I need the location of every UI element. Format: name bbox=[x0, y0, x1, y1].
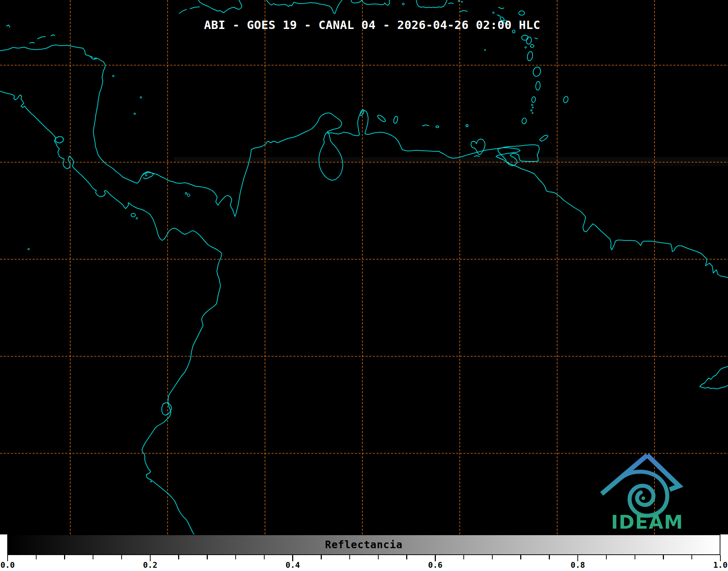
islet-salango bbox=[151, 481, 152, 482]
islet-coiba-satellite bbox=[136, 218, 138, 219]
colorbar-minor-tick bbox=[520, 555, 521, 559]
colorbar-minor-tick bbox=[635, 555, 635, 559]
latlon-gridlines bbox=[0, 0, 728, 534]
island-curacao bbox=[377, 114, 387, 123]
island-martinique bbox=[532, 66, 542, 77]
islet-grenadine-3 bbox=[531, 110, 532, 111]
island-la-blanquilla bbox=[466, 125, 468, 127]
colorbar-minor-tick bbox=[463, 555, 464, 559]
coastline-desirade-dash bbox=[535, 38, 538, 39]
colorbar-minor-tick bbox=[606, 555, 607, 559]
coastline-los-roques-dash bbox=[422, 125, 429, 126]
islet-virgin-1 bbox=[458, 1, 459, 2]
coastline-stkitts-dash bbox=[497, 15, 500, 16]
coastline-brazil-coast-fragment bbox=[700, 366, 728, 389]
coastline-bay-islands-dash-3 bbox=[51, 35, 55, 36]
islet-pearl-2 bbox=[188, 194, 190, 197]
map-canvas bbox=[0, 0, 728, 534]
coastline-jamaica-south-coast bbox=[198, 0, 242, 13]
island-coiba bbox=[131, 213, 135, 217]
coastline-jamaica-west-dash-2 bbox=[190, 7, 199, 9]
colorbar-minor-tick bbox=[406, 555, 407, 559]
colorbar-minor-tick bbox=[321, 555, 321, 559]
colorbar-minor-tick bbox=[178, 555, 179, 559]
islet-les-saintes bbox=[525, 47, 526, 48]
colorbar-tick-label: 0.6 bbox=[428, 560, 443, 570]
islet-bocas-islet bbox=[146, 175, 147, 176]
islet-aves-island bbox=[485, 50, 486, 51]
colorbar-minor-tick bbox=[36, 555, 37, 559]
coastline-coche-dash bbox=[474, 156, 479, 156]
colorbar-minor-tick bbox=[264, 555, 265, 559]
faint-cloud-noise bbox=[174, 157, 728, 166]
coastline-bay-islands-dash-1 bbox=[30, 42, 34, 43]
island-guadeloupe-east bbox=[526, 37, 532, 45]
colorbar-tick-label: 0.0 bbox=[0, 560, 15, 570]
coastline-miskito-cays-dash-1 bbox=[90, 56, 93, 57]
island-la-orchila bbox=[436, 126, 439, 128]
logo-hurricane-spiral bbox=[622, 472, 667, 516]
island-st-vincent bbox=[531, 96, 536, 102]
island-marie-galante bbox=[530, 45, 534, 47]
satellite-map: ABI - GOES 19 - CANAL 04 - 2026-04-26 02… bbox=[0, 0, 728, 534]
island-dominica bbox=[527, 51, 533, 61]
island-grenada bbox=[522, 118, 527, 124]
islet-st-eustatius bbox=[493, 12, 494, 13]
colorbar-minor-tick bbox=[549, 555, 550, 559]
map-title: ABI - GOES 19 - CANAL 04 - 2026-04-26 02… bbox=[204, 18, 540, 32]
island-barbados bbox=[563, 96, 569, 103]
colorbar-label: Reflectancia bbox=[325, 538, 403, 550]
coastline-belize-cayes-dash bbox=[7, 25, 10, 27]
colorbar-minor-tick bbox=[691, 555, 692, 559]
islet-san-andres bbox=[134, 113, 135, 114]
ideam-logo-icon bbox=[602, 455, 679, 516]
coastline-jamaica-west-dash-1 bbox=[179, 9, 186, 13]
coastline-puerto-rico-south-coast bbox=[416, 0, 447, 8]
coastline-hispaniola-east-coast bbox=[351, 0, 390, 5]
coastline-saba-dash bbox=[498, 7, 504, 9]
islet-mona-island bbox=[403, 3, 404, 5]
colorbar-tick-label: 0.4 bbox=[286, 560, 300, 570]
islet-cocos-island bbox=[28, 248, 29, 250]
colorbar-minor-tick bbox=[492, 555, 493, 559]
colorbar-minor-tick bbox=[64, 555, 65, 559]
logo-spiral-eye bbox=[641, 496, 645, 500]
colorbar-minor-tick bbox=[93, 555, 93, 559]
outline-lake-maracaibo bbox=[319, 133, 343, 180]
coastline-vieques-dash bbox=[449, 3, 453, 4]
ideam-logo-text: IDEAM bbox=[611, 511, 683, 533]
reflectance-colorbar: Reflectancia bbox=[7, 534, 720, 555]
colorbar-minor-tick bbox=[378, 555, 379, 559]
island-antigua bbox=[519, 11, 525, 15]
coastline-bay-islands-dash-2 bbox=[38, 37, 45, 39]
colorbar-minor-tick bbox=[207, 555, 207, 559]
coastline-hispaniola-south-coast bbox=[266, 0, 342, 14]
island-bonaire bbox=[393, 116, 399, 124]
outline-tobago bbox=[540, 135, 548, 141]
island-st-lucia bbox=[535, 81, 540, 91]
colorbar-minor-tick bbox=[663, 555, 664, 559]
colorbar-minor-tick bbox=[349, 555, 350, 559]
colorbar-tick-label: 0.8 bbox=[571, 560, 585, 570]
coastlines bbox=[0, 0, 728, 534]
islet-virgin-2 bbox=[462, 1, 463, 3]
colorbar-minor-tick bbox=[235, 555, 236, 559]
islet-grenadine-4 bbox=[532, 113, 533, 114]
islet-grenadine-2 bbox=[533, 107, 534, 108]
islet-pearl-1 bbox=[185, 193, 187, 194]
colorbar-tick-label: 1.0 bbox=[713, 560, 728, 570]
islet-swan-island bbox=[113, 75, 114, 77]
satellite-figure: ABI - GOES 19 - CANAL 04 - 2026-04-26 02… bbox=[0, 0, 728, 571]
island-aruba bbox=[359, 109, 365, 116]
colorbar-minor-tick bbox=[121, 555, 122, 559]
coastline-st-croix-dash bbox=[460, 11, 467, 12]
islet-grenadine-1 bbox=[531, 104, 533, 106]
islet-providencia bbox=[140, 97, 142, 98]
outline-lake-nicaragua bbox=[55, 137, 64, 143]
colorbar-tick-label: 0.2 bbox=[143, 560, 157, 570]
